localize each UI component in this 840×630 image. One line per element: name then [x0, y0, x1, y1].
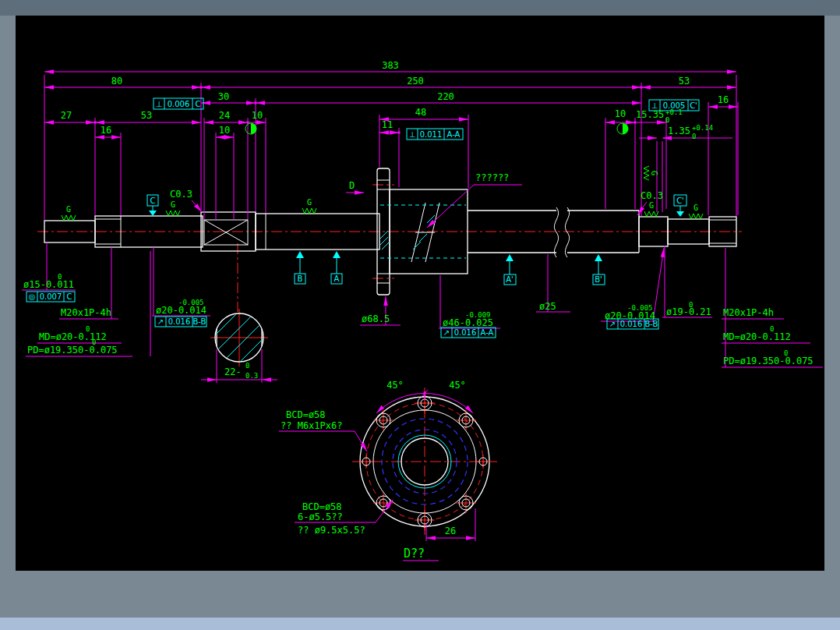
tap-note-label: ?? M6x1Px6?: [281, 420, 342, 431]
svg-text:22-: 22-: [224, 366, 242, 377]
svg-text:B': B': [595, 275, 602, 284]
angle-45-right: 45°: [449, 380, 466, 391]
dim-220: 220: [437, 91, 454, 102]
svg-text:0.3: 0.3: [245, 372, 258, 380]
svg-text:0: 0: [692, 133, 696, 140]
dim-16-left: 16: [101, 125, 111, 136]
md-right-label: MD=ø20-0.112: [723, 331, 791, 342]
tol-frame-runout-left: ↗ 0.016 B-B: [155, 317, 206, 327]
runout-icon: ↗: [443, 328, 450, 337]
svg-text:C: C: [67, 292, 72, 301]
md-left-label: MD=ø20-0.112: [39, 331, 107, 342]
svg-text:B-B: B-B: [193, 317, 206, 326]
dia68-label: ø68.5: [362, 313, 390, 324]
svg-text:1.35: 1.35: [668, 126, 690, 136]
svg-text:15.35: 15.35: [636, 109, 664, 120]
dia19-label: ø19-0.21: [666, 306, 711, 317]
svg-text:+0.1: +0.1: [665, 108, 683, 116]
dim-30: 30: [218, 91, 229, 102]
svg-text:C': C': [676, 196, 684, 205]
svg-text:A: A: [334, 274, 340, 283]
dia25-label: ø25: [539, 301, 556, 312]
top-border-bar: [0, 0, 840, 16]
dia20-left-label: ø20-0.014: [156, 305, 206, 316]
dia20-right-label: ø20-0.014: [605, 310, 655, 321]
dim-11: 11: [382, 119, 393, 130]
dia15-label: ø15-0.011: [23, 279, 74, 290]
svg-text:A': A': [506, 275, 514, 284]
angle-45-left: 45°: [386, 380, 404, 391]
dim-53: 53: [679, 76, 690, 87]
tol-frame-perpendicularity-mid: ⊥ 0.011 A-A: [407, 129, 463, 140]
svg-text:0.016: 0.016: [454, 328, 477, 337]
dim-10-right: 10: [615, 108, 626, 119]
svg-text:0.006: 0.006: [168, 100, 190, 108]
callout-unknown: ??????: [475, 172, 509, 183]
dim-80: 80: [111, 76, 122, 87]
cad-drawing-canvas: ⊥ 0.006 C ⊥ 0.005 C' ⊥ 0.011 A-A ◎ 0.007…: [0, 0, 840, 630]
dim-27: 27: [61, 110, 72, 121]
pd-right-label: PD=ø19.350-0.075: [723, 356, 814, 366]
cbore-note-label: ?? ø9.5x5.5?: [298, 525, 365, 536]
view-d-title: D??: [404, 547, 425, 561]
dim-48: 48: [415, 107, 426, 118]
dia46-label: ø46-0.025: [443, 317, 493, 328]
svg-text:0: 0: [245, 362, 249, 370]
dim-26: 26: [445, 526, 456, 536]
svg-text:G: G: [694, 204, 698, 212]
svg-text:+0.14: +0.14: [692, 124, 713, 132]
svg-text:G: G: [650, 171, 658, 175]
bcd-bottom-label: BCD=ø58: [302, 501, 342, 512]
dim-10b: 10: [219, 125, 230, 136]
chamfer-left-label: C0.3: [170, 189, 192, 200]
tol-frame-perpendicularity-left: ⊥ 0.006 C: [154, 98, 203, 109]
svg-text:A-A: A-A: [481, 328, 494, 337]
tol-frame-runout-mid: ↗ 0.016 A-A: [441, 327, 496, 338]
svg-text:0: 0: [665, 116, 669, 124]
dim-16-right: 16: [718, 94, 729, 105]
dim-24: 24: [219, 110, 230, 121]
dim-250: 250: [407, 76, 424, 87]
bcd-top-label: BCD=ø58: [286, 409, 326, 420]
svg-text:0.011: 0.011: [420, 130, 443, 139]
svg-text:C: C: [196, 100, 201, 108]
svg-text:G: G: [171, 200, 175, 209]
bottom-strip: [0, 618, 840, 630]
svg-text:G: G: [66, 205, 71, 214]
svg-text:0.007: 0.007: [40, 292, 62, 301]
dim-53b: 53: [141, 110, 152, 121]
cad-viewer-window: ⊥ 0.006 C ⊥ 0.005 C' ⊥ 0.011 A-A ◎ 0.007…: [0, 0, 840, 630]
perpendicularity-icon: ⊥: [156, 100, 163, 108]
svg-text:G: G: [307, 198, 312, 207]
runout-icon: ↗: [157, 317, 164, 326]
svg-text:C': C': [690, 101, 697, 110]
dim-10a: 10: [252, 110, 263, 121]
tol-frame-concentricity: ◎ 0.007 C: [26, 292, 75, 302]
thread-right-label: M20x1P-4h: [723, 307, 774, 318]
svg-text:G: G: [649, 201, 654, 210]
svg-text:B: B: [298, 274, 303, 283]
dim-383: 383: [382, 60, 399, 71]
chamfer-right-label: C0.3: [641, 190, 663, 201]
thread-left-label: M20x1P-4h: [61, 307, 111, 318]
svg-text:C: C: [150, 196, 156, 205]
svg-text:A-A: A-A: [447, 130, 461, 139]
pd-left-label: PD=ø19.350-0.075: [27, 345, 118, 356]
view-direction-label: D: [349, 180, 355, 191]
svg-text:0.016: 0.016: [168, 317, 191, 326]
hole-note-label: 6-ø5.5??: [298, 511, 343, 522]
perpendicularity-icon: ⊥: [409, 130, 416, 139]
concentricity-icon: ◎: [29, 292, 36, 301]
